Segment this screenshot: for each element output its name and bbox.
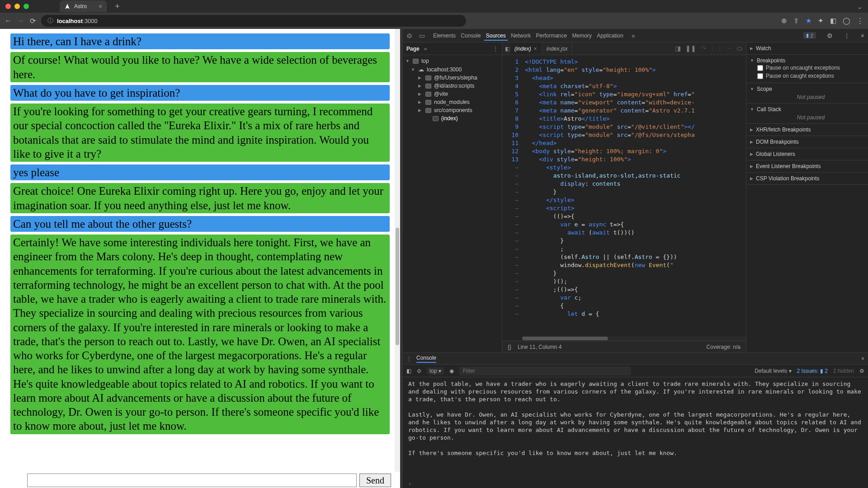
- devtools-menu-icon[interactable]: ⋮: [844, 32, 850, 39]
- toolbar: ← → ⟳ ⓘ localhost:3000 ⊕ ⇪ ★ ✦ ◧ ◯ ⋮: [0, 13, 868, 29]
- new-tab-button[interactable]: +: [115, 2, 120, 11]
- browser-tab[interactable]: Astro ×: [60, 0, 107, 12]
- csp-breakpoints-section[interactable]: ▶CSP Violation Breakpoints: [750, 175, 864, 182]
- inspect-icon[interactable]: ⯐: [406, 32, 413, 39]
- console-settings-icon[interactable]: ⚙: [859, 368, 864, 374]
- chat-message-bot: Certainly! We have some interesting indi…: [10, 235, 390, 434]
- console-prompt[interactable]: ›: [403, 480, 868, 488]
- chevron-down-icon[interactable]: ⌄: [857, 2, 863, 11]
- close-tab-button[interactable]: ×: [99, 3, 102, 10]
- forward-button[interactable]: →: [17, 17, 24, 25]
- device-toolbar-icon[interactable]: ▭: [419, 32, 425, 39]
- chat-message-bot: Of course! What would you like to have? …: [10, 52, 390, 82]
- step-into-icon[interactable]: ↓: [711, 45, 714, 52]
- devtools-tab-memory[interactable]: Memory: [571, 33, 594, 39]
- tree-folder[interactable]: ▶@id/astro:scripts: [403, 82, 502, 90]
- live-expression-icon[interactable]: ◉: [449, 368, 454, 374]
- coverage-status: Coverage: n/a: [707, 344, 741, 350]
- devtools-tabbar: ⯐ ▭ Elements Console Sources Network Per…: [403, 29, 868, 42]
- step-out-icon[interactable]: ↑: [718, 45, 722, 52]
- console-tab[interactable]: Console: [416, 355, 436, 363]
- tree-host[interactable]: ▼☁localhost:3000: [403, 65, 502, 74]
- devtools-settings-icon[interactable]: ⚙: [827, 32, 833, 39]
- tree-folder[interactable]: ▶@vite: [403, 90, 502, 98]
- chat-input[interactable]: [27, 474, 357, 487]
- send-button[interactable]: Send: [359, 474, 391, 487]
- console-filter-input[interactable]: [459, 366, 631, 375]
- console-context[interactable]: top ▾: [427, 367, 444, 375]
- issues-badge[interactable]: ▮ 2: [803, 32, 816, 39]
- zoom-icon[interactable]: ⊕: [781, 17, 787, 25]
- clear-console-icon[interactable]: ⊘: [417, 368, 421, 374]
- devtools-tab-elements[interactable]: Elements: [431, 33, 458, 39]
- log-levels-dropdown[interactable]: Default levels ▾: [755, 368, 791, 374]
- global-listeners-section[interactable]: ▶Global Listeners: [750, 151, 864, 157]
- nav-menu-icon[interactable]: ⋮: [493, 46, 498, 52]
- console-output[interactable]: At the pool table, we have a trader who …: [403, 377, 868, 480]
- devtools-tab-performance[interactable]: Performance: [534, 33, 569, 39]
- more-panels-icon[interactable]: »: [632, 32, 635, 39]
- debugger-sidebar: ▶Watch ▼Breakpoints Pause on uncaught ex…: [746, 42, 868, 352]
- chat-log: Hi there, can I have a drink?Of course! …: [0, 29, 400, 488]
- console-issues[interactable]: 2 Issues: ▮ 2: [797, 368, 828, 374]
- pause-caught-checkbox[interactable]: Pause on caught exceptions: [750, 72, 864, 80]
- scope-section[interactable]: ▼Scope: [750, 86, 864, 92]
- devtools-close-icon[interactable]: ×: [861, 32, 864, 39]
- maximize-window-button[interactable]: [24, 4, 29, 9]
- extensions-icon[interactable]: ✦: [818, 17, 824, 25]
- source-code[interactable]: <!DOCTYPE html><html lang="en" style="he…: [522, 55, 746, 341]
- console-hidden[interactable]: 2 hidden: [833, 368, 854, 374]
- line-gutter[interactable]: 12345678910111213–––––––––––––––––––: [502, 55, 522, 341]
- xhr-breakpoints-section[interactable]: ▶XHR/fetch Breakpoints: [750, 127, 864, 133]
- close-editor-tab-icon[interactable]: ×: [534, 46, 537, 52]
- breakpoints-section[interactable]: ▼Breakpoints: [750, 57, 864, 64]
- tree-folder[interactable]: ▶src/components: [403, 106, 502, 114]
- hscroll-thumb[interactable]: [522, 337, 608, 340]
- profile-icon[interactable]: ◯: [843, 17, 850, 25]
- toggle-sidebar-icon[interactable]: ◨: [675, 45, 681, 52]
- step-over-icon[interactable]: ↷: [701, 45, 706, 52]
- editor-tab[interactable]: (index)×: [510, 42, 542, 55]
- sources-navigator: Page » ⋮ ▼top ▼☁localhost:3000 ▶@fs/User…: [403, 42, 502, 352]
- nav-page-tab[interactable]: Page: [406, 46, 420, 52]
- menu-icon[interactable]: ⋮: [857, 17, 863, 25]
- tree-top[interactable]: ▼top: [403, 57, 502, 65]
- reload-button[interactable]: ⟳: [30, 17, 36, 25]
- bookmark-icon[interactable]: ★: [806, 17, 811, 25]
- back-button[interactable]: ←: [5, 17, 12, 25]
- devtools-tab-network[interactable]: Network: [509, 33, 533, 39]
- watch-section[interactable]: ▶Watch: [750, 45, 864, 52]
- chat-message-user: What do you have to get inspiration?: [10, 85, 390, 101]
- share-icon[interactable]: ⇪: [793, 17, 799, 25]
- page-scrollbar[interactable]: [395, 29, 400, 472]
- event-listener-section[interactable]: ▶Event Listener Breakpoints: [750, 163, 864, 169]
- toggle-navigator-icon[interactable]: ◧: [505, 46, 510, 52]
- pause-uncaught-checkbox[interactable]: Pause on uncaught exceptions: [750, 64, 864, 72]
- more-tabs-icon[interactable]: »: [424, 46, 427, 52]
- site-info-icon[interactable]: ⓘ: [47, 17, 53, 25]
- editor-tab[interactable]: index.jsx: [542, 42, 573, 55]
- pause-button[interactable]: ❚❚: [685, 45, 696, 52]
- console-sidebar-icon[interactable]: ◧: [406, 368, 411, 374]
- drawer-close-icon[interactable]: ×: [861, 356, 864, 362]
- devtools-tab-console[interactable]: Console: [459, 33, 482, 39]
- tree-folder[interactable]: ▶node_modules: [403, 98, 502, 106]
- devtools-tab-application[interactable]: Application: [595, 33, 625, 39]
- scrollbar-thumb[interactable]: [396, 228, 399, 345]
- tree-folder[interactable]: ▶@fs/Users/stepha: [403, 74, 502, 82]
- address-bar[interactable]: ⓘ localhost:3000: [41, 15, 466, 27]
- tree-file-index[interactable]: (index): [403, 114, 502, 122]
- devtools-tab-sources[interactable]: Sources: [484, 33, 508, 41]
- minimize-window-button[interactable]: [14, 4, 20, 9]
- pretty-print-icon[interactable]: {}: [508, 344, 511, 350]
- close-window-button[interactable]: [5, 4, 11, 9]
- step-icon[interactable]: →: [726, 45, 732, 52]
- drawer-menu-icon[interactable]: ⋮: [406, 356, 412, 362]
- astro-favicon-icon: [64, 3, 71, 9]
- deactivate-breakpoints-icon[interactable]: ⬭: [737, 45, 742, 52]
- editor-hscrollbar[interactable]: [522, 336, 746, 341]
- sidepanel-icon[interactable]: ◧: [830, 17, 836, 25]
- callstack-section[interactable]: ▼Call Stack: [750, 106, 864, 113]
- chat-message-bot: Great choice! One Eureka Elixir coming r…: [10, 183, 390, 213]
- dom-breakpoints-section[interactable]: ▶DOM Breakpoints: [750, 139, 864, 145]
